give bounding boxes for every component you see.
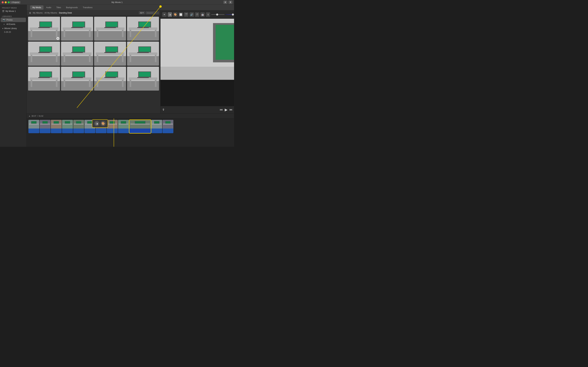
photos-label: Photos — [6, 19, 13, 21]
filter-button[interactable]: All ▾ — [139, 11, 145, 14]
preview-panel: ✦ ◑ 🎨 ⬜ 🎬 🔊 ⏱ 🤖 ℹ — [160, 10, 234, 113]
exposure-slider-thumb[interactable] — [216, 14, 218, 16]
timeline-header: ▲ 00:37 / 01:02 Settings — [27, 114, 234, 118]
play-button[interactable]: ▶ — [225, 108, 227, 112]
auto-enhance-button[interactable]: ✦ — [162, 12, 167, 17]
saturation-slider-thumb[interactable] — [232, 14, 234, 16]
audio-button[interactable]: 🔊 — [189, 12, 194, 17]
traffic-lights — [2, 1, 10, 3]
timeline-clip-10[interactable] — [129, 120, 151, 133]
chevron-left-icon: ‹ — [11, 1, 12, 3]
import-button[interactable]: ⬇ — [223, 1, 227, 4]
breadcrumb-all-my-albums[interactable]: All My Albums › — [44, 12, 58, 14]
color-balance-button[interactable]: ◑ — [168, 12, 172, 17]
sidebar-item-imovie-library[interactable]: ▼ iMovie Library — [0, 26, 26, 30]
media-toolbar: ⊞ My Albums › All My Albums › Standing D… — [27, 10, 160, 15]
slider-group-1 — [211, 14, 225, 15]
main-container: PROJECT MEDIA 🎬 My Movie 1 LIBRARIES 📷 P… — [0, 5, 234, 147]
skip-forward-button[interactable]: ⏭ — [230, 108, 233, 111]
top-toolbar: My Media Audio Titles Backgrounds Transi… — [27, 5, 234, 10]
media-thumb-1[interactable]: + — [28, 17, 60, 41]
crop-button[interactable]: ⬜ — [178, 12, 183, 17]
sidebar-project[interactable]: 🎬 My Movie 1 — [0, 9, 26, 13]
sidebar: PROJECT MEDIA 🎬 My Movie 1 LIBRARIES 📷 P… — [0, 5, 27, 147]
projects-button[interactable]: ‹ Projects — [10, 1, 20, 4]
middle-area: ⊞ My Albums › All My Albums › Standing D… — [27, 10, 234, 113]
color-correction-popup: ◑ 🎨 — [92, 119, 108, 128]
tab-audio[interactable]: Audio — [44, 5, 54, 10]
microphone-button[interactable]: 🎙 — [162, 108, 165, 111]
video-preview — [160, 19, 234, 106]
chevron-down-icon: ▾ — [143, 12, 144, 14]
timeline-mountain-icon: ▲ — [28, 115, 31, 117]
media-thumb-3[interactable] — [94, 17, 126, 41]
media-thumb-9[interactable] — [28, 67, 60, 91]
tab-navigation: My Media Audio Titles Backgrounds Transi… — [27, 5, 98, 10]
media-thumb-11[interactable] — [94, 67, 126, 91]
content-area: My Media Audio Titles Backgrounds Transi… — [27, 5, 234, 147]
video-button[interactable]: 🎬 — [184, 12, 188, 17]
media-thumb-2[interactable] — [61, 17, 93, 41]
media-panel: ⊞ My Albums › All My Albums › Standing D… — [27, 10, 160, 113]
breadcrumb-standing-desk[interactable]: Standing Desk — [59, 12, 72, 14]
sidebar-item-date[interactable]: 3-28-20 — [0, 30, 26, 34]
titlebar: ‹ Projects My Movie 1 ⬇ ⬆ — [0, 0, 234, 5]
color-correction-button[interactable]: 🎨 — [173, 12, 177, 17]
timeline-clip-4[interactable] — [62, 120, 73, 133]
info-button[interactable]: ℹ — [206, 12, 210, 17]
film-icon: 🎬 — [2, 10, 5, 12]
timeline-track[interactable]: ◑ 🎨 — [27, 118, 234, 147]
palette-icon-popup[interactable]: 🎨 — [101, 121, 106, 126]
media-thumb-10[interactable] — [61, 67, 93, 91]
breadcrumb-chevron-icon-2: › — [58, 12, 58, 14]
speed-button[interactable]: ⏱ — [195, 12, 200, 17]
media-thumb-8[interactable] — [127, 42, 159, 66]
sidebar-toggle-button[interactable]: ⊞ — [28, 11, 32, 15]
saturation-slider-track — [226, 14, 234, 15]
timeline-clip-2[interactable] — [40, 120, 50, 133]
close-button[interactable] — [2, 1, 4, 3]
all-events-label: All Events — [6, 23, 15, 25]
tab-backgrounds[interactable]: Backgrounds — [64, 5, 80, 10]
tab-transitions[interactable]: Transitions — [80, 5, 95, 10]
slider-group-2 — [226, 14, 234, 15]
noise-reduction-button[interactable]: 🤖 — [200, 12, 205, 17]
current-time: 00:37 — [32, 115, 36, 117]
tab-titles[interactable]: Titles — [54, 5, 63, 10]
plus-icon: ＋ — [3, 23, 5, 25]
timeline-clip-12[interactable] — [162, 120, 173, 133]
share-button[interactable]: ⬆ — [228, 1, 232, 4]
timeline-clip-11[interactable] — [151, 120, 162, 133]
search-input[interactable] — [146, 11, 159, 14]
skip-back-button[interactable]: ⏮ — [220, 108, 223, 111]
playback-controls: 🎙 ⏮ ▶ ⏭ ⤡ — [160, 106, 234, 113]
sidebar-item-all-events[interactable]: ＋ All Events — [1, 22, 26, 26]
media-thumb-12[interactable] — [127, 67, 159, 91]
photos-icon: 📷 — [3, 18, 5, 21]
tab-my-media[interactable]: My Media — [30, 5, 43, 10]
maximize-button[interactable] — [8, 1, 10, 3]
timeline-clip-3[interactable] — [51, 120, 62, 133]
timeline-clip-8[interactable] — [107, 120, 118, 133]
timeline-clip-9[interactable] — [118, 120, 129, 133]
sidebar-item-photos[interactable]: 📷 Photos — [1, 18, 26, 22]
breadcrumb-nav: My Albums › All My Albums › Standing Des… — [33, 12, 138, 14]
time-separator: / — [37, 115, 38, 117]
media-thumb-5[interactable] — [28, 42, 60, 66]
timeline-clip-5[interactable] — [73, 120, 84, 133]
minimize-button[interactable] — [5, 1, 7, 3]
color-tools-bar: ✦ ◑ 🎨 ⬜ 🎬 🔊 ⏱ 🤖 ℹ — [160, 10, 234, 19]
playhead[interactable] — [114, 118, 114, 147]
project-name: My Movie 1 — [6, 10, 16, 12]
playhead-triangle — [113, 118, 115, 119]
breadcrumb-my-albums[interactable]: My Albums › — [33, 12, 44, 14]
media-thumb-6[interactable] — [61, 42, 93, 66]
timeline-clips — [28, 120, 234, 145]
balance-icon-popup[interactable]: ◑ — [94, 121, 99, 126]
timeline-clip-1[interactable] — [28, 120, 39, 133]
disclosure-triangle-icon: ▼ — [2, 28, 4, 29]
date-label: 3-28-20 — [4, 31, 11, 33]
media-thumb-7[interactable] — [94, 42, 126, 66]
media-grid: + — [27, 15, 160, 113]
media-thumb-4[interactable] — [127, 17, 159, 41]
